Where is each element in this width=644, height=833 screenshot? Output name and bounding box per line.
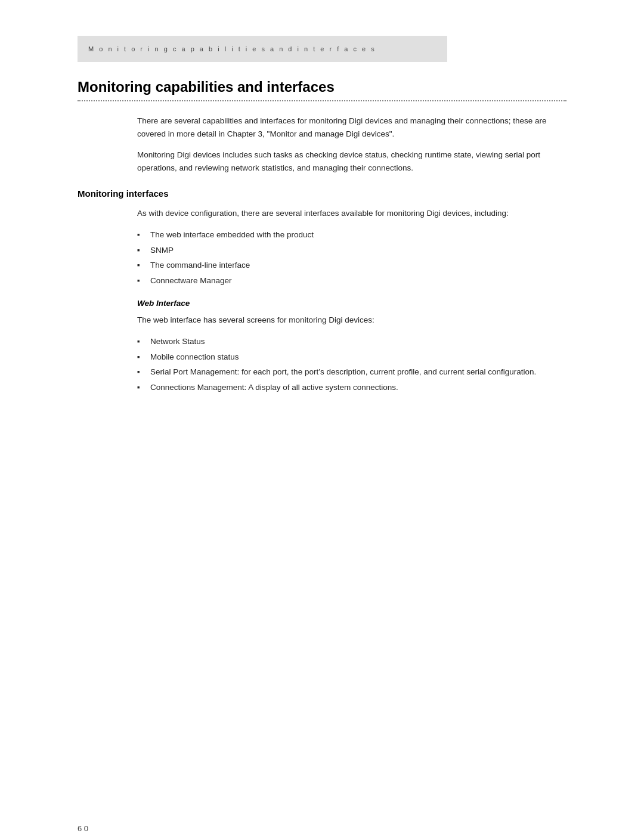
section-heading: Monitoring interfaces <box>78 188 566 199</box>
chapter-divider <box>78 100 566 101</box>
list-item: Serial Port Management: for each port, t… <box>137 366 566 379</box>
page: M o n i t o r i n g c a p a b i l i t i … <box>0 36 644 833</box>
intro-paragraph-2: Monitoring Digi devices includes such ta… <box>137 148 566 174</box>
sub-heading-web-interface: Web Interface <box>137 299 566 308</box>
intro-paragraph-1: There are several capabilities and inter… <box>137 114 566 140</box>
web-interface-list: Network Status Mobile connection status … <box>137 335 566 394</box>
header-bar-text: M o n i t o r i n g c a p a b i l i t i … <box>88 45 376 52</box>
main-content: Monitoring capabilities and interfaces T… <box>0 79 644 394</box>
list-item: The web interface embedded with the prod… <box>137 228 566 241</box>
header-bar: M o n i t o r i n g c a p a b i l i t i … <box>78 36 447 62</box>
list-item: SNMP <box>137 244 566 257</box>
list-item: Connections Management: A display of all… <box>137 381 566 394</box>
web-interface-intro: The web interface has several screens fo… <box>137 314 566 327</box>
list-item: Mobile connection status <box>137 351 566 364</box>
section-intro-text: As with device configuration, there are … <box>137 207 566 220</box>
page-number: 6 0 <box>78 824 88 833</box>
list-item: The command-line interface <box>137 259 566 272</box>
chapter-title: Monitoring capabilities and interfaces <box>78 79 566 95</box>
list-item: Connectware Manager <box>137 274 566 287</box>
interfaces-list: The web interface embedded with the prod… <box>137 228 566 287</box>
list-item: Network Status <box>137 335 566 348</box>
